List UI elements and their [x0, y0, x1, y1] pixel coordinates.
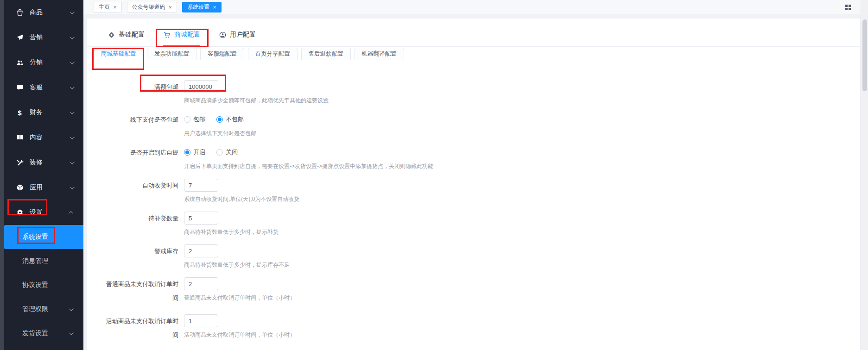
mall-basic-config-form: 满额包邮 商城商品满多少金额即可包邮，此项优先于其他的运费设置 线下支付是否包邮… — [103, 80, 860, 350]
chevron-down-icon — [70, 85, 75, 89]
mall-config-subtabs: 商城基础配置 发票功能配置 客服端配置 首页分享配置 售后退款配置 机器翻译配置 — [87, 47, 860, 60]
auto-receive-time-input[interactable] — [184, 179, 218, 192]
subtab-label: 发票功能配置 — [154, 50, 189, 57]
chat-icon — [16, 84, 24, 92]
tab-layout-grid-icon[interactable] — [845, 5, 851, 11]
radio-group: 包邮 不包邮 — [184, 113, 256, 126]
settings-submenu: 系统设置 消息管理 协议设置 管理权限 发货设置 — [4, 225, 83, 345]
form-row-offline-pay-free-shipping: 线下支付是否包邮 包邮 不包邮 用户选择线下支付时是否包邮 — [103, 113, 860, 137]
dollar-icon: $ — [16, 109, 24, 117]
sidebar-item-label: 商品 — [30, 8, 43, 17]
chevron-down-icon — [69, 306, 74, 311]
tab-label: 商城配置 — [174, 31, 200, 39]
field-label: 是否开启到店自提 — [103, 146, 184, 169]
subtab-after-sale-refund-config[interactable]: 售后退款配置 — [301, 48, 351, 60]
cube-icon — [16, 184, 24, 192]
field-label: 自动收货时间 — [103, 179, 184, 202]
radio-label: 关闭 — [226, 148, 238, 156]
users-icon — [16, 59, 24, 67]
radio-option-free-shipping[interactable]: 包邮 — [184, 115, 205, 124]
form-row-warning-stock: 警戒库存 商品待补货数量低于多少时，提示库存不足 — [103, 244, 860, 268]
config-tabs: 基础配置 商城配置 用户配置 — [87, 19, 860, 47]
form-row-normal-order-cancel-time: 普通商品未支付取消订单时间 普通商品未支付取消订单时间，单位（小时） — [103, 277, 860, 305]
field-label: 待补货数量 — [103, 212, 184, 235]
field-hint: 系统自动收货时间,单位(天),0为不设置自动收货 — [184, 196, 299, 202]
page-tab-system-settings[interactable]: 系统设置 × — [182, 2, 222, 12]
subtab-label: 售后退款配置 — [309, 50, 343, 57]
radio-option-no-free-shipping[interactable]: 不包邮 — [216, 115, 244, 124]
subtab-home-share-config[interactable]: 首页分享配置 — [248, 48, 298, 60]
sidebar-edge-strip — [0, 0, 4, 350]
field-hint: 商品待补货数量低于多少时，提示补货 — [184, 229, 279, 235]
field-label: 线下支付是否包邮 — [103, 113, 184, 137]
sidebar-subitem-label: 系统设置 — [22, 233, 48, 241]
sidebar-item-label: 分销 — [30, 58, 43, 67]
sidebar-item-settings[interactable]: 设置 — [4, 200, 83, 225]
sidebar-subitem-message-management[interactable]: 消息管理 — [4, 249, 83, 273]
radio-unchecked-icon — [216, 149, 223, 156]
sidebar-subitem-label: 发货设置 — [22, 329, 48, 338]
field-hint: 商品待补货数量低于多少时，提示库存不足 — [184, 262, 290, 268]
sidebar-item-label: 设置 — [30, 208, 43, 217]
chevron-down-icon — [70, 35, 75, 39]
sidebar-subitem-agreement-settings[interactable]: 协议设置 — [4, 273, 83, 297]
sidebar-item-finance[interactable]: $ 财务 — [4, 100, 83, 125]
subtab-invoice-config[interactable]: 发票功能配置 — [147, 48, 196, 60]
tab-mall-config[interactable]: 商城配置 — [163, 31, 200, 46]
close-icon[interactable]: × — [213, 4, 216, 10]
sidebar-subitem-system-settings[interactable]: 系统设置 — [4, 225, 83, 249]
sidebar-item-distribution[interactable]: 分销 — [4, 50, 83, 75]
gear-icon — [16, 209, 24, 217]
subtab-label: 机器翻译配置 — [362, 50, 397, 57]
radio-label: 不包邮 — [226, 115, 244, 124]
close-icon[interactable]: × — [169, 4, 172, 10]
sidebar-item-apps[interactable]: 应用 — [4, 175, 83, 200]
warning-stock-input[interactable] — [184, 244, 218, 257]
sidebar-item-service[interactable]: 客服 — [4, 75, 83, 100]
subtab-mall-basic-config[interactable]: 商城基础配置 — [94, 48, 143, 60]
subtab-service-client-config[interactable]: 客服端配置 — [200, 48, 244, 60]
tab-basic-config[interactable]: 基础配置 — [108, 31, 145, 46]
sidebar-item-content[interactable]: 内容 — [4, 125, 83, 150]
radio-label: 包邮 — [193, 115, 205, 124]
sidebar-item-goods[interactable]: 商品 — [4, 0, 83, 25]
page-tab-channel-code[interactable]: 公众号渠道码 × — [127, 2, 177, 12]
sidebar-subitem-shipping-settings[interactable]: 发货设置 — [4, 321, 83, 345]
bag-icon — [16, 9, 24, 17]
page-tab-label: 系统设置 — [187, 3, 209, 11]
field-hint: 用户选择线下支付时是否包邮 — [184, 130, 256, 137]
subtab-label: 客服端配置 — [208, 50, 237, 57]
sidebar-item-label: 内容 — [30, 133, 43, 142]
tab-label: 用户配置 — [230, 31, 256, 39]
form-row-auto-receive-time: 自动收货时间 系统自动收货时间,单位(天),0为不设置自动收货 — [103, 179, 860, 202]
tab-user-config[interactable]: 用户配置 — [219, 31, 256, 46]
restock-quantity-input[interactable] — [184, 212, 218, 225]
radio-option-disable[interactable]: 关闭 — [216, 148, 238, 156]
field-label: 活动商品未支付取消订单时间 — [103, 314, 184, 342]
sidebar-subitem-label: 消息管理 — [22, 257, 48, 265]
normal-order-cancel-time-input[interactable] — [184, 277, 218, 290]
sidebar-item-marketing[interactable]: 营销 — [4, 25, 83, 50]
subtab-machine-translation-config[interactable]: 机器翻译配置 — [355, 48, 404, 60]
vertical-scrollbar[interactable] — [861, 0, 868, 350]
sidebar-menu: 商品 营销 分销 客服 $ 财务 — [4, 0, 83, 345]
radio-unchecked-icon — [184, 116, 190, 123]
field-hint: 开启后下单页面支持到店自提，需要在设置->发货设置->提货点设置中添加提货点，关… — [184, 163, 433, 169]
sidebar-item-decoration[interactable]: 装修 — [4, 150, 83, 175]
sidebar-subitem-admin-permissions[interactable]: 管理权限 — [4, 297, 83, 321]
radio-option-enable[interactable]: 开启 — [184, 148, 205, 156]
chevron-up-icon — [69, 211, 73, 215]
page-tab-home[interactable]: 主页 × — [94, 2, 122, 12]
close-icon[interactable]: × — [113, 4, 117, 10]
form-row-free-shipping-amount: 满额包邮 商城商品满多少金额即可包邮，此项优先于其他的运费设置 — [103, 80, 860, 104]
radio-label: 开启 — [193, 148, 205, 156]
free-shipping-amount-input[interactable] — [184, 80, 218, 93]
field-hint: 活动商品未支付取消订单时间，单位（小时） — [184, 331, 295, 338]
field-label: 警戒库存 — [103, 244, 184, 268]
activity-order-cancel-time-input[interactable] — [184, 314, 218, 327]
subtab-label: 商城基础配置 — [101, 50, 136, 57]
field-label: 满额包邮 — [103, 80, 184, 104]
scrollbar-thumb[interactable] — [862, 19, 867, 91]
sidebar-subitem-label: 协议设置 — [22, 281, 48, 289]
field-label: 普通商品未支付取消订单时间 — [103, 277, 184, 305]
